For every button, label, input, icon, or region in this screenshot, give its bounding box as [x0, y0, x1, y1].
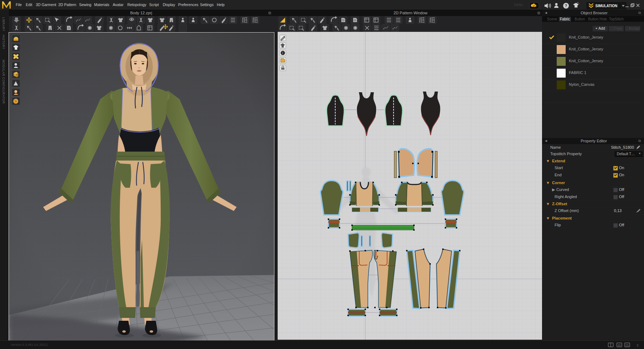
svg-text:?: ?	[565, 4, 567, 8]
svg-text:2D: 2D	[625, 344, 629, 347]
svg-text:3D: 3D	[618, 344, 621, 347]
svg-text:c: c	[637, 343, 639, 347]
svg-text:SIMULATION: SIMULATION	[595, 4, 617, 8]
svg-text:i: i	[282, 51, 283, 55]
svg-text:C: C	[533, 4, 536, 8]
